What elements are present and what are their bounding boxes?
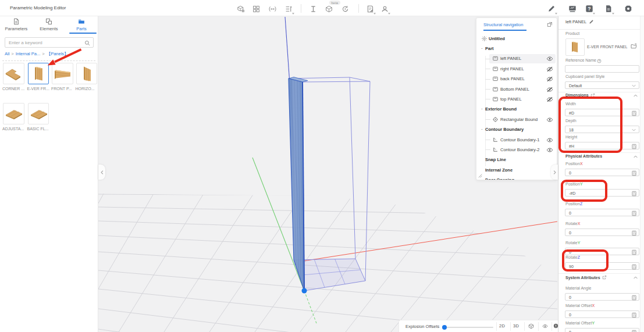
tree-row[interactable]: Snap Line bbox=[476, 155, 557, 165]
tree-row[interactable]: back PANEL bbox=[476, 74, 557, 84]
settings-icon[interactable] bbox=[622, 4, 635, 13]
field-input[interactable]: 18 bbox=[565, 126, 639, 133]
field-input[interactable]: 0 bbox=[565, 328, 639, 332]
explosion-slider-track[interactable] bbox=[444, 327, 493, 328]
jump-to-icon[interactable] bbox=[602, 275, 607, 280]
jump-to-icon[interactable] bbox=[590, 93, 595, 98]
collapse-section-icon[interactable] bbox=[633, 275, 638, 280]
formula-icon[interactable] bbox=[631, 144, 637, 149]
tree-row[interactable]: left PANEL bbox=[476, 53, 557, 63]
tree-row[interactable]: Rectangular Bound bbox=[476, 115, 557, 124]
cube-view-icon[interactable] bbox=[528, 323, 534, 329]
help-icon[interactable] bbox=[583, 4, 596, 13]
assembly-cube-icon[interactable] bbox=[234, 4, 247, 13]
tree-row[interactable]: -Exterior Bound bbox=[476, 104, 557, 114]
field-input[interactable]: #H bbox=[565, 142, 639, 149]
field-input[interactable]: 0 bbox=[565, 209, 639, 216]
formula-icon[interactable] bbox=[631, 264, 637, 270]
part-card-5[interactable] bbox=[28, 103, 49, 124]
field-input[interactable]: 0 bbox=[565, 310, 639, 318]
breadcrumb-item[interactable]: All bbox=[5, 51, 9, 56]
collapse-toggle-icon[interactable]: - bbox=[481, 45, 483, 51]
visibility-off-icon[interactable] bbox=[546, 86, 553, 93]
eye-icon[interactable] bbox=[542, 323, 548, 329]
system-attributes-section-header[interactable]: System Attributes bbox=[565, 275, 607, 280]
sync-icon[interactable] bbox=[339, 4, 351, 13]
left-panel-3d[interactable] bbox=[289, 77, 308, 291]
reference-name-input[interactable] bbox=[565, 65, 639, 73]
part-card-4[interactable] bbox=[3, 103, 24, 124]
part-card-0[interactable] bbox=[3, 63, 24, 84]
search-icon[interactable] bbox=[84, 40, 90, 46]
formula-icon[interactable] bbox=[631, 191, 637, 197]
float-window-icon[interactable] bbox=[547, 22, 553, 27]
field-input[interactable]: 0 bbox=[565, 293, 639, 301]
tree-row[interactable]: top PANEL bbox=[476, 94, 557, 104]
formula-icon[interactable] bbox=[631, 249, 637, 255]
part-card-1[interactable] bbox=[28, 63, 49, 84]
document-icon[interactable] bbox=[602, 4, 615, 13]
spacing-icon[interactable] bbox=[266, 4, 279, 13]
edit-name-icon[interactable] bbox=[589, 19, 594, 24]
part-card-2[interactable] bbox=[52, 63, 73, 84]
visibility-on-icon[interactable] bbox=[546, 147, 553, 153]
bom-list-icon[interactable] bbox=[282, 4, 295, 13]
pencil-icon[interactable] bbox=[545, 4, 558, 13]
tree-row[interactable]: Door Opening bbox=[476, 175, 557, 180]
style-select[interactable]: Default bbox=[565, 81, 639, 89]
search-input[interactable] bbox=[9, 38, 84, 47]
visibility-off-icon[interactable] bbox=[546, 96, 553, 103]
monitor-icon[interactable] bbox=[566, 4, 579, 13]
field-input[interactable]: 0 bbox=[565, 169, 639, 176]
breadcrumb-item[interactable]: Internal Pa... bbox=[16, 51, 41, 56]
physical-attributes-section-header[interactable]: Physical Attributes bbox=[565, 154, 602, 158]
field-input[interactable]: #D bbox=[565, 109, 639, 116]
tree-row[interactable]: Contour Boundary-1 bbox=[476, 135, 557, 145]
sidebar-tab-parameters[interactable]: Parameters bbox=[0, 18, 33, 34]
open-library-icon[interactable] bbox=[631, 43, 637, 49]
search-box[interactable] bbox=[5, 37, 94, 48]
view-2d-button[interactable]: 2D bbox=[499, 323, 505, 329]
collapse-section-icon[interactable] bbox=[633, 93, 638, 98]
visibility-on-icon[interactable] bbox=[546, 116, 553, 123]
formula-icon[interactable] bbox=[631, 330, 637, 332]
formula-icon[interactable] bbox=[631, 295, 637, 301]
sidebar-tab-elements[interactable]: Elements bbox=[33, 18, 65, 34]
formula-icon[interactable] bbox=[631, 312, 637, 318]
part-card-3[interactable] bbox=[76, 63, 98, 84]
collapse-section-icon[interactable] bbox=[633, 154, 638, 159]
account-icon[interactable] bbox=[378, 4, 391, 13]
tree-row[interactable]: Bottom PANEL bbox=[476, 84, 557, 94]
scrollbar[interactable] bbox=[640, 16, 644, 332]
beam-icon[interactable] bbox=[307, 4, 319, 13]
field-input[interactable]: 90 bbox=[565, 262, 639, 270]
field-input[interactable]: -#D bbox=[565, 189, 639, 197]
visibility-on-icon[interactable] bbox=[546, 137, 553, 144]
tree-row[interactable]: Contour Boundary-2 bbox=[476, 145, 557, 155]
collapse-toggle-icon[interactable]: - bbox=[481, 106, 483, 111]
tree-row[interactable]: -Part bbox=[476, 44, 557, 53]
sidebar-tab-parts[interactable]: Parts bbox=[65, 18, 98, 34]
origin-point[interactable] bbox=[302, 288, 307, 294]
visibility-off-icon[interactable] bbox=[546, 76, 553, 83]
formula-icon[interactable] bbox=[631, 110, 637, 116]
pattern-grid-icon[interactable] bbox=[250, 4, 262, 13]
properties-collapse-handle[interactable] bbox=[551, 165, 558, 180]
doc-draft-icon[interactable] bbox=[364, 4, 376, 13]
explosion-slider-handle[interactable] bbox=[442, 325, 447, 330]
field-input[interactable]: 0 bbox=[565, 229, 639, 236]
tree-row[interactable]: Untitled bbox=[476, 34, 557, 44]
tree-row[interactable]: Internal Zone bbox=[476, 165, 557, 175]
field-input[interactable]: 0 bbox=[565, 248, 639, 255]
tree-row[interactable]: right PANEL bbox=[476, 64, 557, 74]
tree-row[interactable]: -Contour Boundary bbox=[476, 124, 557, 134]
breadcrumb-item[interactable]: 【Panels】 bbox=[47, 51, 69, 56]
formula-icon[interactable] bbox=[631, 170, 637, 176]
formula-icon[interactable] bbox=[631, 210, 637, 216]
visibility-off-icon[interactable] bbox=[546, 66, 553, 73]
structural-navigation-title[interactable]: Structural navigation bbox=[483, 22, 523, 27]
collapse-toggle-icon[interactable]: - bbox=[481, 126, 483, 131]
product-thumbnail[interactable] bbox=[565, 38, 585, 56]
sidebar-collapse-handle[interactable] bbox=[98, 165, 105, 180]
dimensions-section-header[interactable]: Dimensions bbox=[565, 93, 595, 98]
